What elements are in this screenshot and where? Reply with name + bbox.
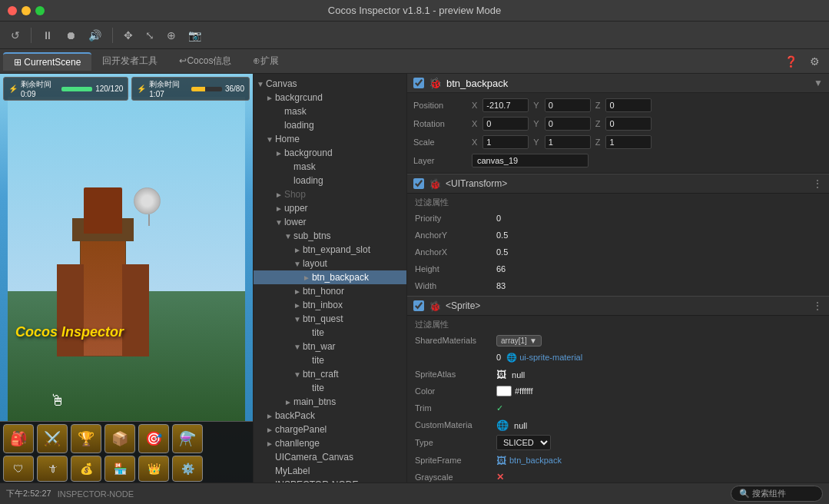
pause-button[interactable]: ⏸ (38, 26, 58, 45)
hud-icon-3[interactable]: 🏆 (71, 424, 101, 453)
hud-icon-4[interactable]: 📦 (104, 424, 135, 453)
anchorx-row: AnchorX 0.5 (407, 244, 829, 260)
minimize-button[interactable] (22, 6, 31, 15)
node-name-label: btn_backpack (446, 78, 809, 89)
height-row: Height 66 (407, 260, 829, 277)
tree-item[interactable]: ▼Canvas (254, 77, 406, 91)
tree-item[interactable]: MyLabel (254, 464, 406, 478)
sprite-enabled-checkbox[interactable] (413, 300, 424, 311)
hud-bar-2 (191, 87, 222, 91)
tree-item[interactable]: tite (254, 381, 406, 395)
tree-item[interactable]: ▼sub_btns (254, 229, 406, 243)
tree-item[interactable]: tite (254, 353, 406, 367)
tree-item[interactable]: ▼btn_quest (254, 312, 406, 326)
tree-item[interactable]: ►btn_honor (254, 284, 406, 298)
scale-x-input[interactable] (482, 135, 529, 149)
tree-item[interactable]: ▼Home (254, 132, 406, 146)
type-select[interactable]: SLICED SIMPLE TILED FILLED (496, 435, 551, 450)
tree-item[interactable]: ►upper (254, 201, 406, 215)
search-box[interactable]: 🔍 搜索组件 (731, 486, 823, 502)
hud-icon-7[interactable]: 🛡 (3, 456, 34, 482)
shared-materials-row: SharedMaterials array[1] ▼ (407, 332, 829, 349)
tree-item[interactable]: loading (254, 118, 406, 132)
color-swatch-box[interactable] (496, 386, 512, 396)
sprite-frame-link[interactable]: btn_backpack (509, 456, 562, 465)
tab-cocos-info[interactable]: ↩Cocos信息 (168, 51, 242, 71)
tab-extensions[interactable]: ⊕扩展 (242, 51, 290, 71)
tab-dev-tools[interactable]: 回开发者工具 (91, 51, 168, 71)
tree-arrow-icon: ▼ (293, 370, 301, 379)
node-collapse-icon[interactable]: ▼ (814, 78, 823, 88)
scale-z-input[interactable] (605, 135, 652, 149)
record-button[interactable]: ⏺ (61, 26, 81, 45)
custom-material-row: CustomMateria 🌐 null (407, 416, 829, 433)
help-icon[interactable]: ❓ (778, 52, 804, 71)
tree-item[interactable]: ▼btn_craft (254, 367, 406, 381)
toolbar-separator-2 (112, 28, 113, 43)
grayscale-row: Grayscale ✕ (407, 469, 829, 482)
sprite-name-label: <Sprite> (446, 300, 807, 311)
layer-row: Layer (413, 151, 823, 170)
material-name-link[interactable]: ui-sprite-material (519, 353, 582, 362)
sprite-menu-icon[interactable]: ⋮ (812, 300, 823, 312)
tree-item[interactable]: ▼lower (254, 215, 406, 229)
tree-item[interactable]: loading (254, 174, 406, 187)
tree-item[interactable]: INSPECTOR-NODE (254, 478, 406, 482)
move-tool-button[interactable]: ✥ (119, 26, 138, 45)
tree-item[interactable]: ►chargePanel (254, 423, 406, 436)
tab-current-scene[interactable]: ⊞ CurrentScene (3, 52, 91, 71)
array-badge[interactable]: array[1] ▼ (496, 335, 542, 346)
hud-icon-8[interactable]: 🗡 (37, 456, 68, 482)
hud-icon-2[interactable]: ⚔️ (37, 424, 68, 453)
tree-item[interactable]: ►Shop (254, 187, 406, 201)
layer-input[interactable] (472, 154, 589, 167)
material-link[interactable]: 🌐 (506, 353, 517, 362)
settings-icon[interactable]: ⚙ (804, 52, 826, 71)
uitransform-enabled-checkbox[interactable] (413, 178, 424, 189)
position-x-input[interactable] (482, 98, 529, 112)
hud-icon-1[interactable]: 🎒 (3, 424, 34, 453)
rotation-x-input[interactable] (482, 117, 529, 131)
node-enabled-checkbox[interactable] (413, 78, 424, 88)
scale-y-input[interactable] (545, 135, 591, 149)
hud-icon-11[interactable]: 👑 (138, 456, 169, 482)
tree-item[interactable]: ▼layout (254, 257, 406, 270)
preview-game-title: Cocos Inspector (15, 324, 124, 340)
audio-button[interactable]: 🔊 (84, 26, 106, 45)
tree-item[interactable]: mask (254, 160, 406, 174)
refresh-button[interactable]: ↺ (6, 26, 25, 45)
tree-item[interactable]: ►chanllenge (254, 436, 406, 450)
tree-item[interactable]: ►backgrcund (254, 91, 406, 104)
maximize-button[interactable] (35, 6, 45, 15)
position-z-input[interactable] (605, 98, 652, 112)
tree-arrow-icon: ▼ (257, 80, 264, 88)
rotation-z-input[interactable] (605, 117, 652, 131)
sprite-body: 过滤属性 SharedMaterials array[1] ▼ 0 🌐 ui-s… (407, 316, 829, 482)
tree-item[interactable]: ►btn_backpack (254, 270, 406, 284)
tree-item[interactable]: mask (254, 104, 406, 118)
tree-item[interactable]: ►btn_expand_slot (254, 243, 406, 257)
hud-icon-10[interactable]: 🏪 (104, 456, 135, 482)
screenshot-button[interactable]: 📷 (184, 26, 206, 45)
tree-item[interactable]: ▼btn_war (254, 340, 406, 353)
tab-bar: ⊞ CurrentScene 回开发者工具 ↩Cocos信息 ⊕扩展 ❓ ⚙ (0, 49, 829, 74)
hud-icon-6[interactable]: ⚗️ (172, 424, 203, 453)
tree-item[interactable]: ►backPack (254, 409, 406, 423)
uitransform-menu-icon[interactable]: ⋮ (812, 177, 823, 190)
hud-icon-9[interactable]: 💰 (71, 456, 101, 482)
hud-icon-5[interactable]: 🎯 (138, 424, 169, 453)
hud-icon-12[interactable]: ⚙️ (172, 456, 203, 482)
window-controls[interactable] (8, 6, 45, 15)
tree-arrow-icon: ► (293, 287, 301, 296)
scale-tool-button[interactable]: ⤡ (141, 26, 159, 45)
close-button[interactable] (8, 6, 17, 15)
tree-item[interactable]: UICamera_Canvas (254, 450, 406, 464)
grayscale-value[interactable]: ✕ (496, 472, 504, 482)
position-y-input[interactable] (545, 98, 591, 112)
tree-item[interactable]: ►background (254, 146, 406, 160)
tree-item[interactable]: ►main_btns (254, 395, 406, 409)
tree-item[interactable]: ►btn_inbox (254, 298, 406, 312)
tree-item[interactable]: tite (254, 326, 406, 340)
anchor-tool-button[interactable]: ⊕ (162, 26, 181, 45)
rotation-y-input[interactable] (545, 117, 591, 131)
